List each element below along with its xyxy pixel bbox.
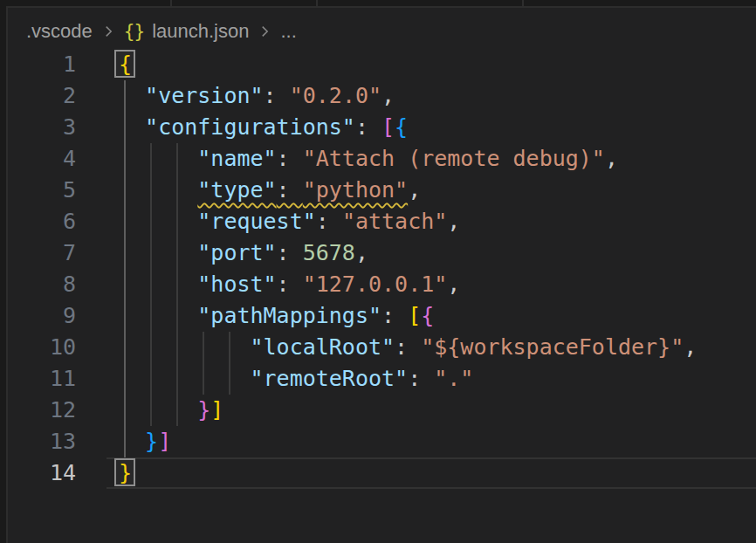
code-token: "attach": [342, 209, 447, 234]
tab-separator: [522, 0, 524, 6]
code-line[interactable]: 12}]: [8, 395, 756, 426]
indent-guide: [124, 269, 126, 300]
code-line[interactable]: 9"pathMappings": [{: [8, 300, 756, 332]
code-line[interactable]: 14}: [8, 457, 756, 489]
code-text: "host": "127.0.0.1",: [197, 269, 460, 300]
code-token: "0.2.0": [290, 83, 381, 108]
code-token: {: [421, 303, 434, 328]
line-number[interactable]: 3: [8, 112, 76, 143]
code-line[interactable]: 8"host": "127.0.0.1",: [8, 269, 756, 300]
chevron-right-icon: [100, 24, 116, 39]
code-token: ,: [355, 240, 368, 265]
code-token: :: [264, 83, 290, 108]
code-token: :: [277, 272, 303, 297]
code-text: {: [119, 49, 132, 80]
indent-guide: [150, 269, 152, 300]
indent-guide: [176, 206, 178, 237]
vscode-window: .vscode {} launch.json ... 1{2"version":…: [0, 0, 756, 543]
line-number[interactable]: 7: [8, 237, 76, 269]
code-line[interactable]: 1{: [8, 49, 756, 80]
line-number[interactable]: 14: [8, 457, 76, 489]
code-token: {: [395, 114, 408, 140]
indent-guide: [176, 363, 178, 395]
code-token: }: [145, 429, 158, 454]
indent-guide: [150, 143, 152, 175]
code-token: ,: [381, 83, 395, 108]
json-file-icon: {}: [124, 21, 144, 42]
code-token: "remoteRoot": [251, 366, 409, 391]
code-line[interactable]: 13}]: [8, 426, 756, 457]
code-line[interactable]: 5"type": "python",: [8, 175, 756, 206]
code-text: "port": 5678,: [197, 237, 368, 269]
breadcrumb-symbol-placeholder[interactable]: ...: [280, 20, 296, 43]
indent-guide: [124, 112, 126, 143]
indent-guide: [150, 206, 152, 237]
code-text: "name": "Attach (remote debug)",: [197, 143, 618, 175]
code-text: "configurations": [{: [145, 112, 408, 143]
code-text: "pathMappings": [{: [197, 300, 434, 332]
line-number[interactable]: 13: [8, 426, 76, 457]
line-number[interactable]: 12: [8, 395, 76, 426]
indent-guide: [124, 143, 126, 175]
indent-guide: [150, 395, 152, 426]
line-number[interactable]: 10: [8, 332, 76, 363]
code-token: :: [408, 366, 434, 391]
indent-guide: [124, 237, 126, 269]
breadcrumb-folder[interactable]: .vscode: [26, 20, 93, 43]
indent-guide: [229, 363, 230, 395]
code-text: "localRoot": "${workspaceFolder}",: [251, 332, 698, 363]
code-token: "host": [197, 272, 276, 297]
code-line[interactable]: 6"request": "attach",: [8, 206, 756, 237]
indent-guide: [124, 363, 126, 395]
code-line[interactable]: 7"port": 5678,: [8, 237, 756, 269]
indent-guide: [229, 332, 230, 363]
code-token: "port": [197, 240, 276, 265]
tab-separator: [170, 0, 172, 6]
code-line[interactable]: 11"remoteRoot": ".": [8, 363, 756, 395]
line-number[interactable]: 4: [8, 143, 76, 175]
code-line[interactable]: 3"configurations": [{: [8, 112, 756, 143]
matched-bracket: {: [119, 49, 132, 80]
code-token: 5678: [303, 240, 355, 265]
indent-guide: [176, 332, 178, 363]
code-editor[interactable]: 1{2"version": "0.2.0",3"configurations":…: [8, 49, 756, 489]
code-token: "type": [197, 177, 276, 203]
warning-squiggle: "type": "python": [197, 177, 408, 203]
code-token: ,: [408, 177, 421, 203]
code-token: "request": [197, 209, 315, 234]
breadcrumb: .vscode {} launch.json ...: [26, 18, 297, 45]
line-number[interactable]: 1: [8, 49, 76, 80]
code-line[interactable]: 10"localRoot": "${workspaceFolder}",: [8, 332, 756, 363]
code-text: "remoteRoot": ".": [251, 363, 474, 395]
indent-guide: [176, 143, 178, 175]
indent-guide: [150, 175, 152, 206]
code-token: "localRoot": [251, 334, 395, 360]
line-number[interactable]: 8: [8, 269, 76, 300]
line-number[interactable]: 6: [8, 206, 76, 237]
indent-guide: [124, 300, 126, 332]
indent-guide: [176, 237, 178, 269]
indent-guide: [124, 206, 126, 237]
indent-guide: [124, 175, 126, 206]
indent-guide: [150, 363, 152, 395]
breadcrumb-file[interactable]: launch.json: [152, 20, 249, 43]
indent-guide: [176, 300, 178, 332]
indent-guide: [176, 175, 178, 206]
indent-guide: [203, 332, 204, 363]
code-token: "${workspaceFolder}": [421, 334, 684, 360]
indent-guide: [150, 332, 152, 363]
code-line[interactable]: 2"version": "0.2.0",: [8, 80, 756, 112]
code-token: ]: [158, 429, 171, 454]
code-token: }: [197, 397, 210, 423]
line-number[interactable]: 9: [8, 300, 76, 332]
indent-guide: [124, 395, 126, 426]
code-line[interactable]: 4"name": "Attach (remote debug)",: [8, 143, 756, 175]
indent-guide: [176, 269, 178, 300]
line-number[interactable]: 5: [8, 175, 76, 206]
code-token: [: [408, 303, 421, 328]
code-token: "127.0.0.1": [303, 272, 448, 297]
line-number[interactable]: 11: [8, 363, 76, 395]
indent-guide: [124, 80, 126, 112]
code-token: "version": [145, 83, 263, 108]
line-number[interactable]: 2: [8, 80, 76, 112]
